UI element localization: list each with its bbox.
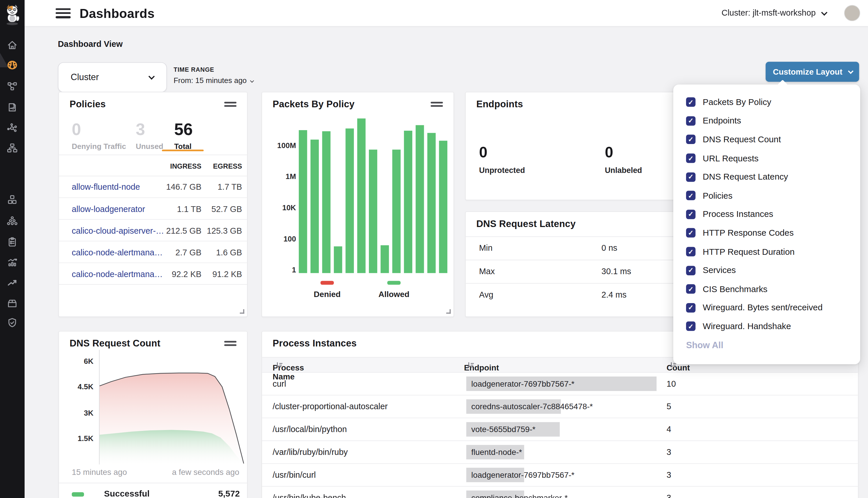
customize-layout-dropdown: ✓ Packets By Policy ✓ Endpoints ✓ DNS Re… <box>673 84 860 364</box>
endpoint-chip: loadgenerator-7697bb7567-* <box>466 468 574 482</box>
sidebar-item-network-topology[interactable] <box>7 81 18 92</box>
policy-ingress-value: 1.1 TB <box>177 204 202 214</box>
customize-menu-item[interactable]: ✓ Packets By Policy <box>673 93 860 112</box>
policy-name-link[interactable]: calico-node-alertmana… <box>72 269 163 279</box>
col-process-name[interactable]: Process Name <box>273 361 283 369</box>
checkbox-checked-icon[interactable]: ✓ <box>686 322 696 331</box>
endpoint-value: coredns-autoscaler-7c88465478-* <box>466 399 593 414</box>
process-table-row: /usr/bin/kube-bench compliance-benchmark… <box>262 487 858 498</box>
endpoint-chip: loadgenerator-7697bb7567-* <box>466 377 574 391</box>
sidebar-item-security[interactable] <box>7 317 18 328</box>
checkbox-checked-icon[interactable]: ✓ <box>686 228 696 238</box>
menu-toggle-icon[interactable] <box>55 9 70 18</box>
checkbox-checked-icon[interactable]: ✓ <box>686 154 696 163</box>
time-range-value[interactable]: From: 15 minutes ago <box>173 76 253 84</box>
col-endpoint[interactable]: Endpoint <box>464 361 474 369</box>
policy-name-link[interactable]: allow-fluentd-node <box>72 182 140 192</box>
cluster-switcher[interactable]: Cluster: jlt-msft-workshop <box>722 8 826 17</box>
customize-layout-label: Customize Layout <box>773 67 842 76</box>
sidebar-item-workloads[interactable] <box>7 194 18 205</box>
customize-menu-item[interactable]: ✓ CIS Benchmarks <box>673 280 860 299</box>
legend-allowed[interactable]: Allowed <box>361 277 427 299</box>
policy-name-link[interactable]: calico-cloud-apiserver-… <box>72 226 164 235</box>
resize-handle-icon[interactable] <box>446 309 451 314</box>
dns-area-chart <box>99 348 244 464</box>
checkbox-checked-icon[interactable]: ✓ <box>686 172 696 182</box>
checkbox-checked-icon[interactable]: ✓ <box>686 266 696 275</box>
sidebar-item-reports[interactable] <box>7 257 18 267</box>
checkbox-checked-icon[interactable]: ✓ <box>686 191 696 200</box>
customize-menu-item[interactable]: ✓ Wireguard. Bytes sent/received <box>673 299 860 317</box>
policies-stat-unused[interactable]: 3 Unused <box>136 120 163 151</box>
endpoints-card-title: Endpoints <box>476 99 523 110</box>
legend-denied[interactable]: Denied <box>294 277 361 299</box>
policies-card: Policies 0 Denying Traffic 3 Unused 56 T… <box>59 92 248 317</box>
drag-handle-icon[interactable] <box>224 102 236 109</box>
checkbox-checked-icon[interactable]: ✓ <box>686 116 696 126</box>
user-avatar[interactable] <box>844 5 860 21</box>
calico-cat-logo-icon[interactable] <box>3 4 22 26</box>
checkbox-checked-icon[interactable]: ✓ <box>686 210 696 219</box>
policy-ingress-value: 2.7 GB <box>175 248 202 257</box>
sidebar-item-archive[interactable] <box>7 298 18 309</box>
endpoint-value: loadgenerator-7697bb7567-* <box>466 377 574 391</box>
dns-request-count-card: DNS Request Count 6K 4.5K 3K 1.5K 15 min… <box>59 331 248 498</box>
sidebar-item-compliance[interactable] <box>7 236 18 247</box>
policies-card-title: Policies <box>69 99 106 110</box>
sidebar-item-org-chart[interactable] <box>7 142 18 153</box>
allowed-bar <box>416 125 424 273</box>
customize-menu-item[interactable]: ✓ Policies <box>673 186 860 205</box>
policy-name-link[interactable]: allow-loadgenerator <box>72 204 145 214</box>
customize-menu-item[interactable]: ✓ HTTP Response Codes <box>673 224 860 243</box>
sidebar-item-dashboards[interactable] <box>7 60 18 70</box>
checkbox-checked-icon[interactable]: ✓ <box>686 303 696 313</box>
process-name: curl <box>273 379 286 389</box>
checkbox-checked-icon[interactable]: ✓ <box>686 97 696 107</box>
checkbox-checked-icon[interactable]: ✓ <box>686 284 696 294</box>
menu-item-label: URL Requests <box>703 153 759 163</box>
policy-name-link[interactable]: calico-node-alertmana… <box>72 248 163 257</box>
sidebar-item-endpoints[interactable] <box>7 215 18 226</box>
chevron-down-icon <box>250 79 254 83</box>
customize-layout-button[interactable]: Customize Layout <box>766 62 859 81</box>
customize-menu-item[interactable]: ✓ Process Instances <box>673 205 860 224</box>
allowed-bar <box>357 119 366 273</box>
policies-stat-total[interactable]: 56 Total <box>174 120 193 151</box>
show-all-link[interactable]: Show All <box>686 340 723 351</box>
customize-menu-item[interactable]: ✓ HTTP Request Duration <box>673 243 860 261</box>
dashboard-view-select[interactable]: Cluster <box>58 62 167 92</box>
checkbox-checked-icon[interactable]: ✓ <box>686 247 696 257</box>
sidebar-item-service-graph[interactable] <box>7 122 18 133</box>
process-table-row: /cluster-proportional-autoscaler coredns… <box>262 395 858 418</box>
resize-handle-icon[interactable] <box>240 309 244 314</box>
active-tab-underline <box>162 149 204 151</box>
drag-handle-icon[interactable] <box>430 102 443 109</box>
checkbox-checked-icon[interactable]: ✓ <box>686 135 696 144</box>
allowed-bar <box>439 141 447 273</box>
policies-table-row: calico-node-alertmana… 2.7 GB 1.6 GB <box>59 241 247 263</box>
page-title: Dashboards <box>80 6 155 21</box>
allowed-bar <box>392 149 401 273</box>
time-range-label: TIME RANGE <box>173 66 253 73</box>
customize-menu-item[interactable]: ✓ Services <box>673 261 860 280</box>
sidebar-item-policies[interactable] <box>7 102 18 113</box>
chevron-down-icon <box>821 10 828 16</box>
sidebar-item-home[interactable] <box>7 40 18 51</box>
customize-menu-item[interactable]: ✓ URL Requests <box>673 149 860 168</box>
customize-menu-item[interactable]: ✓ DNS Request Count <box>673 130 860 149</box>
dns-legend-row-successful[interactable]: Successful 5,572 <box>59 487 247 498</box>
drag-handle-icon[interactable] <box>224 341 236 348</box>
x-axis-label-start: 15 minutes ago <box>72 468 127 476</box>
sort-icon <box>275 362 283 369</box>
y-axis-tick: 100 <box>267 235 296 243</box>
y-axis-tick: 6K <box>65 357 93 366</box>
customize-menu-item[interactable]: ✓ DNS Request Latency <box>673 168 860 186</box>
customize-menu-item[interactable]: ✓ Endpoints <box>673 112 860 130</box>
sidebar-item-trends[interactable] <box>7 277 18 288</box>
customize-menu-item[interactable]: ✓ Wireguard. Handshake <box>673 317 860 336</box>
process-count: 3 <box>666 493 671 498</box>
process-card-title: Process Instances <box>273 338 357 349</box>
process-table-row: /usr/bin/curl loadgenerator-7697bb7567-*… <box>262 464 858 487</box>
allowed-bar <box>299 130 307 273</box>
policies-stat-denying[interactable]: 0 Denying Traffic <box>72 120 126 151</box>
